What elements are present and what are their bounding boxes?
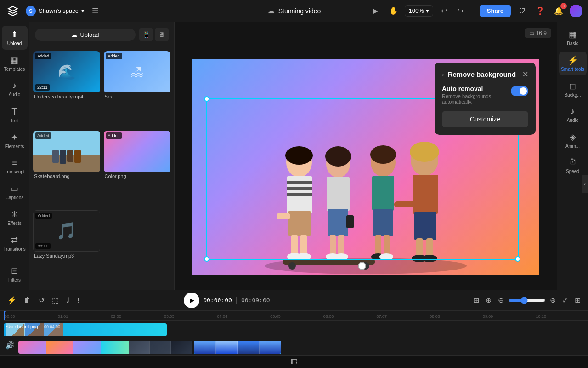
mark-2: 02:02 xyxy=(110,314,163,319)
customize-button[interactable]: Customize xyxy=(442,111,528,127)
notifications-btn[interactable]: 🔔 3 xyxy=(551,4,566,18)
rt-item-basic[interactable]: ▦ Basic xyxy=(559,26,587,50)
media-item-undersea[interactable]: 🌊 Added 22:11 Undersea beauty.mp4 xyxy=(33,51,100,127)
mark-8: 08:08 xyxy=(429,314,482,319)
shield-icon[interactable]: 🛡 xyxy=(514,4,529,18)
filmstrip-btn[interactable]: 🎞 xyxy=(291,358,297,366)
rt-item-anim[interactable]: ◈ Anim... xyxy=(559,128,587,152)
zoom-slider[interactable] xyxy=(509,297,545,304)
app-logo[interactable] xyxy=(6,4,20,18)
workspace-selector[interactable]: S Shawn's space ▾ xyxy=(26,6,85,16)
expand-btn[interactable]: ⤢ xyxy=(560,294,570,306)
duration-badge-audio: 22:11 xyxy=(35,243,51,249)
rt-item-background[interactable]: ◻ Backg... xyxy=(559,77,587,101)
svg-rect-30 xyxy=(384,235,390,255)
rt-label-speed: Speed xyxy=(566,169,579,174)
audio-split-btn[interactable]: ♩ xyxy=(64,294,72,306)
color-seg-2[interactable] xyxy=(46,341,74,354)
transcript-icon: ≡ xyxy=(12,158,17,168)
media-item-audio[interactable]: 🎵 Added 22:11 Lazy Sunday.mp3 xyxy=(33,210,100,286)
zoom-in-btn[interactable]: ⊕ xyxy=(548,294,558,306)
mobile-view-btn[interactable]: 📱 xyxy=(139,28,153,41)
view-buttons: 📱 🖥 xyxy=(139,28,169,41)
zoom-value: 100% xyxy=(409,7,424,14)
delete-btn[interactable]: 🗑 xyxy=(22,294,33,306)
skate-img-1[interactable] xyxy=(129,341,150,354)
rt-item-speed[interactable]: ⏱ Speed xyxy=(559,154,587,178)
rt-item-smart-tools[interactable]: ⚡ Smart tools xyxy=(559,52,587,75)
panel-back-btn[interactable]: ‹ xyxy=(442,71,444,78)
pip-btn[interactable]: ⊞ xyxy=(573,294,582,306)
more-btn[interactable]: ⁞ xyxy=(75,294,81,306)
svg-point-17 xyxy=(325,146,351,167)
play-icon: ▶ xyxy=(190,297,194,304)
desktop-view-btn[interactable]: 🖥 xyxy=(155,28,169,41)
sidebar-item-upload[interactable]: ⬆ Upload xyxy=(2,26,28,50)
media-item-color[interactable]: Added Color.png xyxy=(104,131,171,207)
sidebar-item-captions[interactable]: ▭ Captions xyxy=(2,180,28,204)
loop-btn[interactable]: ↺ xyxy=(37,294,46,306)
rt-item-audio-right[interactable]: ♪ Audio xyxy=(559,103,587,126)
skateboard-clip[interactable]: Skateboard.png 00:04:00 xyxy=(4,323,167,336)
color-seg-4[interactable] xyxy=(101,341,129,354)
sidebar-item-text[interactable]: T Text xyxy=(2,103,28,127)
crop-btn[interactable]: ⬚ xyxy=(50,294,61,306)
play-icon-btn[interactable]: ▶ xyxy=(368,4,383,18)
split-btn[interactable]: ⚡ xyxy=(6,294,18,306)
color-seg-3[interactable] xyxy=(74,341,101,354)
project-title[interactable]: Stunning video xyxy=(278,7,321,15)
playhead[interactable] xyxy=(4,310,5,320)
zoom-out-btn[interactable]: ⊖ xyxy=(496,294,506,306)
sidebar-item-transitions[interactable]: ⇄ Transitions xyxy=(2,231,28,255)
total-time: 00:09:00 xyxy=(241,297,270,304)
svg-rect-28 xyxy=(373,209,393,236)
svg-rect-7 xyxy=(287,181,312,184)
skate-img-3[interactable] xyxy=(171,341,192,354)
user-avatar[interactable] xyxy=(570,5,582,17)
play-button[interactable]: ▶ xyxy=(184,293,199,308)
upload-button[interactable]: ☁ Upload xyxy=(35,29,136,41)
skate-img-2[interactable] xyxy=(150,341,171,354)
sidebar-item-effects[interactable]: ✳ Effects xyxy=(2,206,28,230)
sidebar-item-templates[interactable]: ▦ Templates xyxy=(2,52,28,75)
sea-clip[interactable] xyxy=(194,341,281,354)
share-button[interactable]: Share xyxy=(480,5,511,17)
added-badge: Added xyxy=(35,53,51,59)
svg-rect-35 xyxy=(413,175,438,214)
hamburger-menu[interactable]: ☰ xyxy=(92,6,98,15)
volume-icon[interactable]: 🔊 xyxy=(6,341,15,350)
mark-6: 06:06 xyxy=(322,314,376,319)
timeline-right-controls: ⊞ ⊕ ⊖ ⊕ ⤢ ⊞ xyxy=(471,294,582,306)
speed-icon: ⏱ xyxy=(569,158,577,167)
hand-tool-btn[interactable]: ✋ xyxy=(386,4,401,18)
grid-btn[interactable]: ⊞ xyxy=(471,294,481,306)
help-icon[interactable]: ❓ xyxy=(533,4,548,18)
auto-removal-toggle[interactable] xyxy=(511,86,528,96)
auto-removal-desc: Remove backgrounds automatically. xyxy=(442,93,511,104)
media-item-skateboard[interactable]: Added Skateboard.png xyxy=(33,131,100,207)
mark-1: 01:01 xyxy=(57,314,110,319)
color-seg-1[interactable] xyxy=(18,341,46,354)
media-label-skateboard: Skateboard.png xyxy=(33,173,100,179)
zoom-control[interactable]: 100% ▾ xyxy=(405,5,433,17)
anim-icon: ◈ xyxy=(570,132,576,142)
timeline: ⚡ 🗑 ↺ ⬚ ♩ ⁞ ▶ 00:00:00 | 00:09:00 ⊞ ⊕ ⊖ … xyxy=(0,290,588,368)
duration-badge: 22:11 xyxy=(35,84,50,91)
panel-close-btn[interactable]: ✕ xyxy=(522,70,528,79)
redo-btn[interactable]: ↪ xyxy=(453,4,468,18)
sidebar-item-transcript[interactable]: ≡ Transcript xyxy=(2,155,28,178)
canvas[interactable]: ↻ ‹ Remove background ✕ Auto removal Rem… xyxy=(192,59,539,275)
svg-point-23 xyxy=(334,253,348,260)
media-label-color: Color.png xyxy=(104,173,171,179)
sidebar-item-audio[interactable]: ♪ Audio xyxy=(2,77,28,101)
media-panel: ☁ Upload 📱 🖥 🌊 Added 22:11 Undersea beau… xyxy=(29,22,175,290)
timeline-toolbar: ⚡ 🗑 ↺ ⬚ ♩ ⁞ ▶ 00:00:00 | 00:09:00 ⊞ ⊕ ⊖ … xyxy=(0,290,588,310)
aspect-ratio-btn[interactable]: ▭ 16:9 xyxy=(525,28,551,38)
media-item-sea[interactable]: 🏖 Added Sea xyxy=(104,51,171,127)
undo-btn[interactable]: ↩ xyxy=(437,4,452,18)
mark-5: 05:05 xyxy=(269,314,322,319)
sidebar-item-elements[interactable]: ✦ Elements xyxy=(2,129,28,153)
sidebar-item-filters[interactable]: ⊟ Filters xyxy=(2,262,28,286)
magnet-btn[interactable]: ⊕ xyxy=(484,294,493,306)
svg-rect-41 xyxy=(394,201,415,207)
